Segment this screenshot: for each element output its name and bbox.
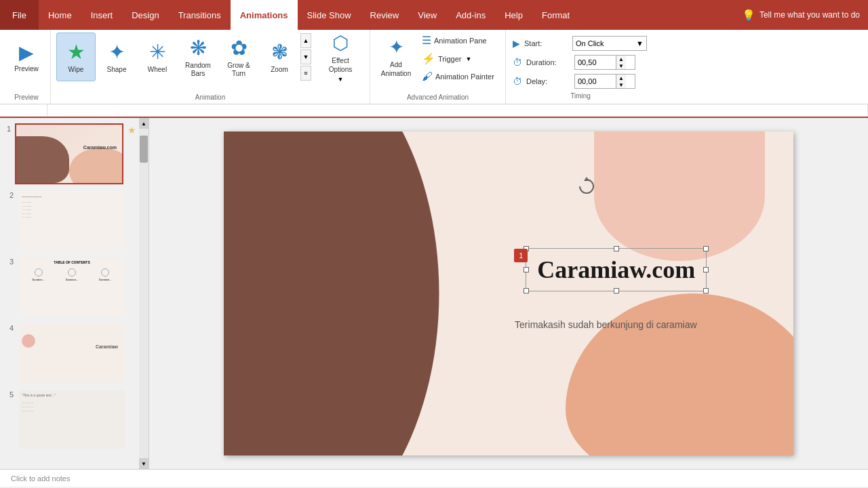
scroll-thumb[interactable] (140, 136, 148, 163)
slide-number-5: 5 (3, 389, 14, 399)
tab-design[interactable]: Design (122, 0, 168, 30)
slide-number-3: 3 (3, 256, 14, 266)
slide-item-5[interactable]: 5 "This is a quote text..." ............… (3, 389, 136, 450)
trigger-button[interactable]: ⚡ Trigger ▼ (419, 51, 497, 66)
animation-pane-button[interactable]: ☰ Animation Pane (419, 33, 497, 48)
handle-tm[interactable] (614, 246, 619, 251)
slide-item-1[interactable]: 1 Caramiaw.com ★ (3, 123, 136, 184)
delay-input-wrap: ▲ ▼ (574, 74, 635, 89)
tab-help[interactable]: Help (495, 0, 532, 30)
duration-spinner: ▲ ▼ (616, 56, 626, 69)
slide-blob-peach-bottom (566, 293, 793, 455)
delay-up[interactable]: ▲ (616, 75, 626, 81)
wipe-label: Wipe (68, 66, 84, 74)
notes-bar[interactable]: Click to add notes (0, 469, 868, 487)
handle-bl[interactable] (524, 288, 529, 293)
lightbulb-icon: 💡 (742, 9, 755, 22)
timing-delay-row: ⏱ Delay: ▲ ▼ (513, 72, 648, 91)
tab-animations[interactable]: Animations (231, 0, 298, 30)
tab-review[interactable]: Review (361, 0, 409, 30)
scroll-up-btn[interactable]: ▲ (139, 118, 149, 129)
handle-bm[interactable] (614, 288, 619, 293)
timing-group-label: Timing (513, 92, 648, 100)
animation-random-bars[interactable]: ❋ Random Bars (178, 33, 218, 81)
trigger-label: Trigger (438, 55, 461, 63)
animation-wheel[interactable]: ✳ Wheel (138, 33, 177, 81)
anim-scroll-up[interactable]: ▲ (300, 33, 311, 48)
slide-thumb-inner-5: "This is a quote text..." ..............… (19, 390, 125, 449)
duration-up[interactable]: ▲ (616, 56, 626, 62)
tab-slideshow[interactable]: Slide Show (298, 0, 361, 30)
effect-options-label: Effect Options (319, 56, 361, 74)
scroll-track (139, 129, 149, 458)
slide-item-3[interactable]: 3 TABLE OF CONTENTS Duration... (3, 256, 136, 317)
preview-group-label: Preview (3, 92, 50, 101)
animation-wipe[interactable]: ★ Wipe (56, 33, 96, 81)
ribbon-tabs: File Home Insert Design Transitions Anim… (0, 0, 868, 30)
ribbon-group-preview: ▶ Preview Preview (3, 30, 51, 104)
start-dropdown[interactable]: On Click ▼ (572, 36, 647, 51)
animation-pane-icon: ☰ (422, 34, 431, 47)
slide-canvas[interactable]: 1 Caramiaw.com Terimakasih sudah berkunj… (224, 131, 793, 455)
zoom-icon: ❃ (271, 40, 288, 64)
slide-thumb-1[interactable]: Caramiaw.com (15, 123, 123, 184)
animation-shape[interactable]: ✦ Shape (97, 33, 136, 81)
delay-input[interactable] (575, 75, 616, 88)
slide-thumb-inner-3: TABLE OF CONTENTS Duration... Duration..… (19, 258, 125, 316)
slide-thumb-5[interactable]: "This is a quote text..." ..............… (18, 389, 126, 450)
animation-painter-button[interactable]: 🖌 Animation Painter (419, 69, 497, 84)
slide-blob-dark (224, 131, 463, 455)
duration-input[interactable] (575, 56, 616, 69)
add-animation-button[interactable]: ✦ Add Animation (376, 33, 416, 81)
anim-scroll-more[interactable]: ≡ (300, 66, 311, 81)
tell-me-bar[interactable]: 💡 Tell me what you want to do (734, 6, 868, 24)
slide-number-1: 1 (3, 123, 11, 133)
start-dropdown-arrow: ▼ (636, 39, 644, 47)
wheel-icon: ✳ (149, 40, 166, 64)
anim-scroll-down[interactable]: ▼ (300, 49, 311, 64)
duration-down[interactable]: ▼ (616, 62, 626, 69)
effect-options-arrow: ▼ (338, 76, 344, 83)
handle-tr[interactable] (703, 246, 709, 251)
tab-insert[interactable]: Insert (81, 0, 123, 30)
delay-down[interactable]: ▼ (616, 81, 626, 88)
preview-button[interactable]: ▶ Preview (8, 33, 45, 81)
scroll-down-btn[interactable]: ▼ (139, 458, 149, 469)
animation-painter-icon: 🖌 (422, 70, 433, 83)
zoom-label: Zoom (271, 66, 288, 74)
animation-grow-turn[interactable]: ✿ Grow & Turn (219, 33, 258, 81)
trigger-arrow: ▼ (465, 56, 471, 62)
slide-panel: 1 Caramiaw.com ★ 2 .................. (0, 118, 149, 469)
effect-options-button[interactable]: ⬡ Effect Options ▼ (317, 33, 364, 81)
grow-turn-icon: ✿ (231, 36, 248, 60)
slide-thumb-4[interactable]: Caramiaw (18, 323, 126, 384)
timing-start-row: ▶ Start: On Click ▼ (513, 34, 648, 53)
handle-br[interactable] (703, 288, 709, 293)
tab-addins[interactable]: Add-ins (446, 0, 495, 30)
slide-thumb-2[interactable]: ..................... ..................… (18, 190, 126, 251)
trigger-icon: ⚡ (422, 52, 435, 65)
handle-mr[interactable] (703, 267, 709, 272)
slide-canvas-wrap: 1 Caramiaw.com Terimakasih sudah berkunj… (149, 118, 868, 469)
tab-view[interactable]: View (408, 0, 446, 30)
slide-brand-text: Caramiaw.com (537, 256, 695, 284)
tab-file[interactable]: File (0, 0, 39, 30)
slide-item-2[interactable]: 2 ..................... ................… (3, 190, 136, 251)
selection-box[interactable]: 1 Caramiaw.com (526, 248, 707, 291)
ribbon-group-advanced: ✦ Add Animation ☰ Animation Pane ⚡ Trigg… (370, 30, 506, 104)
slide-blob-pink-top (594, 131, 765, 261)
slide-thumb-3[interactable]: TABLE OF CONTENTS Duration... Duration..… (18, 256, 126, 317)
tab-home[interactable]: Home (39, 0, 81, 30)
main-area: 1 Caramiaw.com ★ 2 .................. (0, 118, 868, 469)
handle-ml[interactable] (524, 267, 529, 272)
duration-label: Duration: (526, 58, 570, 66)
wipe-icon: ★ (67, 40, 85, 64)
animation-zoom[interactable]: ❃ Zoom (260, 33, 299, 81)
rotation-handle[interactable] (577, 177, 596, 196)
slide-item-4[interactable]: 4 Caramiaw (3, 323, 136, 384)
tab-transitions[interactable]: Transitions (169, 0, 231, 30)
svg-marker-0 (584, 177, 589, 181)
add-animation-icon: ✦ (389, 36, 404, 58)
animation-painter-label: Animation Painter (435, 73, 494, 81)
tab-format[interactable]: Format (532, 0, 579, 30)
